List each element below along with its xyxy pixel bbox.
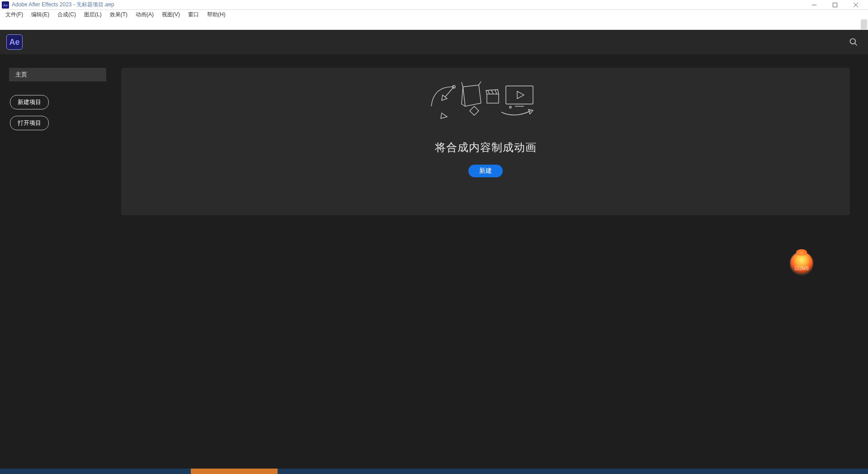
- memory-badge[interactable]: 222MB: [789, 251, 814, 275]
- svg-text:Ae: Ae: [3, 3, 8, 7]
- menu-file[interactable]: 文件(F): [2, 10, 27, 19]
- maximize-button[interactable]: [825, 0, 845, 10]
- search-button[interactable]: [848, 37, 859, 47]
- window-controls: [804, 0, 866, 10]
- sidebar-actions: 新建项目 打开项目: [9, 95, 108, 130]
- new-button[interactable]: 新建: [468, 165, 503, 177]
- open-project-button[interactable]: 打开项目: [10, 116, 49, 130]
- welcome-card: 将合成内容制成动画 新建: [121, 68, 850, 215]
- svg-marker-10: [470, 106, 479, 115]
- memory-badge-label: 222MB: [794, 266, 809, 271]
- title-bar: Ae Adobe After Effects 2023 - 无标题项目.aep: [0, 0, 868, 10]
- svg-marker-20: [528, 109, 533, 114]
- home-screen: Ae 主页 新建项目 打开项目: [0, 30, 868, 474]
- menu-layer[interactable]: 图层(L): [80, 10, 105, 19]
- home-tab[interactable]: 主页: [9, 68, 106, 81]
- menu-composition[interactable]: 合成(C): [54, 10, 80, 19]
- minimize-button[interactable]: [804, 0, 825, 10]
- svg-rect-16: [506, 86, 533, 104]
- window-title: Adobe After Effects 2023 - 无标题项目.aep: [12, 1, 114, 9]
- ae-logo-text: Ae: [9, 38, 19, 47]
- svg-line-13: [488, 90, 490, 94]
- menu-help[interactable]: 帮助(H): [203, 10, 229, 19]
- svg-point-6: [850, 39, 856, 44]
- close-button[interactable]: [845, 0, 866, 10]
- menu-edit[interactable]: 编辑(E): [28, 10, 53, 19]
- home-header: Ae: [0, 30, 868, 54]
- new-button-label: 新建: [479, 167, 492, 174]
- home-tab-label: 主页: [15, 71, 27, 79]
- menu-window[interactable]: 窗口: [184, 10, 203, 19]
- welcome-illustration: [429, 81, 542, 127]
- app-icon: Ae: [2, 1, 9, 9]
- svg-line-15: [495, 90, 497, 94]
- taskbar[interactable]: [0, 469, 868, 474]
- svg-line-14: [491, 90, 493, 94]
- new-project-button[interactable]: 新建项目: [10, 95, 49, 109]
- home-sidebar: 主页 新建项目 打开项目: [9, 68, 108, 215]
- menu-bar: 文件(F) 编辑(E) 合成(C) 图层(L) 效果(T) 动画(A) 视图(V…: [0, 10, 868, 19]
- home-body: 主页 新建项目 打开项目: [0, 54, 868, 215]
- menu-effect[interactable]: 效果(T): [106, 10, 131, 19]
- menu-view[interactable]: 视图(V): [158, 10, 184, 19]
- svg-point-19: [509, 106, 511, 108]
- welcome-title: 将合成内容制成动画: [435, 140, 537, 155]
- svg-marker-17: [517, 91, 524, 99]
- svg-marker-11: [441, 113, 447, 118]
- open-project-label: 打开项目: [18, 119, 41, 127]
- ae-logo: Ae: [6, 34, 23, 50]
- svg-line-7: [855, 43, 857, 46]
- new-project-label: 新建项目: [18, 98, 41, 106]
- svg-rect-3: [833, 3, 837, 7]
- svg-rect-12: [487, 94, 499, 103]
- toolbar-strip: [0, 19, 868, 30]
- toolbar-flyout-tab[interactable]: [861, 19, 867, 29]
- search-icon: [849, 38, 858, 47]
- menu-animation[interactable]: 动画(A): [132, 10, 157, 19]
